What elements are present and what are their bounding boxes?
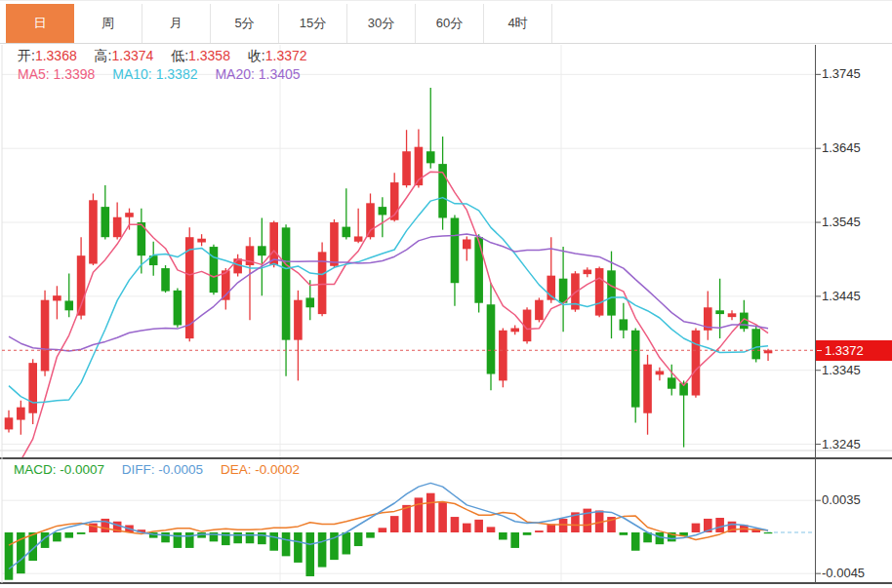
macd-histogram-bar[interactable] (185, 532, 194, 548)
macd-histogram-bar[interactable] (5, 532, 14, 580)
candle[interactable] (113, 203, 122, 240)
candle[interactable] (595, 267, 604, 318)
candle[interactable] (535, 297, 544, 322)
candle[interactable] (354, 209, 363, 244)
tab-month[interactable]: 月 (142, 4, 211, 43)
candle[interactable] (402, 130, 411, 187)
candle[interactable] (149, 242, 158, 276)
tab-5min[interactable]: 5分 (211, 4, 279, 43)
candle[interactable] (643, 355, 652, 435)
macd-histogram-bar[interactable] (438, 502, 447, 532)
candle[interactable] (559, 247, 568, 332)
candle[interactable] (740, 300, 749, 333)
macd-histogram-bar[interactable] (161, 532, 170, 542)
candle[interactable] (499, 329, 507, 388)
candle[interactable] (728, 310, 737, 320)
tab-week[interactable]: 周 (74, 4, 142, 43)
macd-histogram-bar[interactable] (174, 532, 182, 548)
macd-histogram-bar[interactable] (64, 532, 73, 538)
macd-histogram-bar[interactable] (318, 532, 327, 568)
candle[interactable] (426, 88, 435, 169)
candle[interactable] (174, 289, 182, 328)
candle[interactable] (89, 193, 98, 265)
candle[interactable] (715, 279, 724, 338)
macd-histogram-bar[interactable] (559, 519, 568, 532)
macd-histogram-bar[interactable] (233, 532, 242, 543)
macd-histogram-bar[interactable] (620, 532, 628, 535)
candle[interactable] (77, 237, 86, 319)
macd-histogram-bar[interactable] (474, 520, 483, 532)
candle[interactable] (17, 401, 25, 435)
macd-histogram-bar[interactable] (282, 532, 291, 556)
macd-histogram-bar[interactable] (53, 532, 61, 541)
candle[interactable] (343, 188, 351, 239)
candle[interactable] (138, 209, 146, 274)
macd-histogram-bar[interactable] (487, 527, 496, 532)
macd-histogram-bar[interactable] (269, 532, 278, 551)
candle[interactable] (41, 291, 50, 376)
candle[interactable] (474, 234, 483, 312)
tab-4hour[interactable]: 4时 (484, 4, 552, 43)
candle[interactable] (366, 193, 375, 239)
macd-histogram-bar[interactable] (692, 524, 701, 532)
tab-15min[interactable]: 15分 (279, 4, 347, 43)
candle[interactable] (64, 273, 73, 317)
tab-60min[interactable]: 60分 (416, 4, 484, 43)
candle[interactable] (5, 411, 14, 433)
candle[interactable] (463, 236, 471, 260)
macd-histogram-bar[interactable] (366, 532, 375, 538)
candle[interactable] (125, 209, 134, 230)
candle[interactable] (305, 280, 314, 320)
candle[interactable] (161, 265, 170, 293)
candle[interactable] (210, 245, 219, 295)
macd-histogram-bar[interactable] (764, 532, 773, 533)
candle[interactable] (584, 267, 592, 277)
candle[interactable] (620, 303, 628, 338)
candle[interactable] (258, 217, 266, 295)
candle[interactable] (704, 292, 712, 340)
candle[interactable] (246, 237, 255, 320)
candle[interactable] (451, 215, 460, 305)
candle[interactable] (197, 234, 206, 246)
tab-30min[interactable]: 30分 (347, 4, 416, 43)
macd-histogram-bar[interactable] (258, 532, 266, 544)
candle[interactable] (692, 329, 701, 398)
candle[interactable] (379, 197, 387, 237)
macd-histogram-bar[interactable] (77, 532, 86, 534)
macd-histogram-bar[interactable] (305, 532, 314, 576)
candle[interactable] (318, 243, 327, 317)
macd-histogram-bar[interactable] (523, 532, 532, 535)
candle[interactable] (656, 368, 665, 381)
macd-histogram-bar[interactable] (246, 532, 255, 543)
macd-histogram-bar[interactable] (715, 518, 724, 532)
macd-histogram-bar[interactable] (294, 532, 303, 563)
candle[interactable] (294, 291, 303, 381)
macd-histogram-bar[interactable] (510, 532, 519, 548)
macd-histogram-bar[interactable] (451, 517, 460, 532)
macd-histogram-bar[interactable] (390, 516, 399, 532)
candle[interactable] (751, 325, 760, 362)
candle[interactable] (679, 380, 688, 447)
macd-histogram-bar[interactable] (656, 532, 665, 544)
candle[interactable] (415, 129, 424, 187)
macd-histogram-bar[interactable] (426, 493, 435, 532)
macd-histogram-bar[interactable] (631, 532, 640, 551)
candle[interactable] (330, 219, 339, 268)
macd-histogram-bar[interactable] (343, 532, 351, 554)
macd-histogram-bar[interactable] (535, 530, 544, 532)
candle[interactable] (282, 224, 291, 375)
candle[interactable] (53, 286, 61, 319)
candle[interactable] (510, 325, 519, 334)
macd-histogram-bar[interactable] (415, 497, 424, 532)
candle[interactable] (438, 137, 447, 230)
tab-day[interactable]: 日 (6, 4, 74, 43)
macd-histogram-bar[interactable] (547, 525, 555, 532)
macd-histogram-bar[interactable] (379, 528, 387, 532)
macd-histogram-bar[interactable] (463, 524, 471, 532)
candle[interactable] (487, 283, 496, 390)
candle[interactable] (101, 185, 110, 239)
macd-histogram-bar[interactable] (354, 532, 363, 546)
candle[interactable] (28, 359, 37, 424)
macd-histogram-bar[interactable] (499, 532, 507, 539)
candle[interactable] (631, 329, 640, 423)
